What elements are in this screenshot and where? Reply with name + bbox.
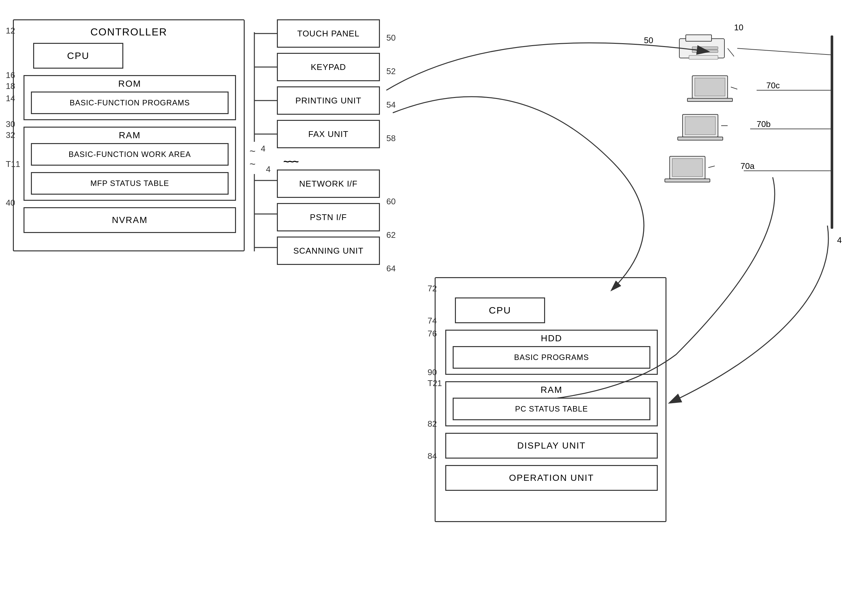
cpu-label: CPU	[67, 50, 89, 61]
ref-54: 54	[386, 100, 396, 110]
network-connections-svg	[644, 16, 850, 242]
touch-panel-label: TOUCH PANEL	[297, 29, 360, 38]
ref-84: 84	[428, 451, 437, 461]
ref-t21: T21	[428, 378, 442, 388]
basic-function-work-area-box: BASIC-FUNCTION WORK AREA	[31, 143, 229, 166]
svg-text:~: ~	[249, 158, 255, 170]
scanning-unit-label: SCANNING UNIT	[293, 246, 363, 256]
controller-label: CONTROLLER	[90, 26, 167, 38]
ref-12: 12	[6, 26, 15, 36]
ram-section: RAM BASIC-FUNCTION WORK AREA MFP STATUS …	[24, 127, 236, 201]
basic-function-work-area-label: BASIC-FUNCTION WORK AREA	[69, 150, 191, 159]
svg-text:~: ~	[249, 145, 255, 157]
ref-18: 18	[6, 81, 15, 91]
printing-unit-box: PRINTING UNIT	[277, 86, 380, 115]
ref-32: 32	[6, 130, 15, 140]
pstn-if-label: PSTN I/F	[310, 212, 347, 222]
fax-unit-label: FAX UNIT	[308, 129, 348, 139]
hdd-section: HDD BASIC PROGRAMS	[445, 330, 658, 375]
mfp-status-table-box: MFP STATUS TABLE	[31, 172, 229, 195]
fax-unit-box: FAX UNIT	[277, 120, 380, 148]
display-unit-box: DISPLAY UNIT	[445, 433, 658, 459]
keypad-label: KEYPAD	[311, 62, 346, 72]
ref-58: 58	[386, 133, 396, 144]
operation-unit-label: OPERATION UNIT	[509, 473, 594, 483]
display-unit-label: DISPLAY UNIT	[517, 441, 586, 451]
basic-programs-box: BASIC PROGRAMS	[453, 346, 650, 369]
pc-cpu-label: CPU	[489, 305, 511, 316]
pc-status-table-label: PC STATUS TABLE	[515, 404, 588, 413]
hdd-label: HDD	[541, 333, 562, 343]
basic-programs-label: BASIC PROGRAMS	[514, 353, 589, 362]
svg-text:4: 4	[261, 144, 265, 153]
ref-30: 30	[6, 119, 15, 129]
ref-4-break: 4	[266, 164, 270, 174]
touch-panel-box: TOUCH PANEL	[277, 19, 380, 48]
rom-section: ROM BASIC-FUNCTION PROGRAMS	[24, 75, 236, 120]
operation-unit-box: OPERATION UNIT	[445, 465, 658, 491]
basic-function-programs-label: BASIC-FUNCTION PROGRAMS	[69, 98, 190, 107]
keypad-box: KEYPAD	[277, 53, 380, 81]
cpu-box: CPU	[33, 43, 123, 69]
diagram-container: ~ ~ 4 CONTROLLER CPU R	[0, 0, 868, 592]
basic-function-programs-box: BASIC-FUNCTION PROGRAMS	[31, 92, 229, 114]
ref-90: 90	[428, 367, 437, 377]
ref-t11: T11	[6, 159, 20, 169]
network-area: 10 4 50	[644, 16, 850, 242]
ref-60: 60	[386, 197, 396, 207]
pc-status-table-box: PC STATUS TABLE	[453, 398, 650, 420]
ref-62: 62	[386, 230, 396, 240]
ref-16: 16	[6, 70, 15, 80]
nvram-box: NVRAM	[24, 207, 236, 233]
pc-cpu-box: CPU	[455, 297, 545, 323]
svg-line-31	[737, 48, 831, 55]
ref-72: 72	[428, 284, 437, 294]
ref-52: 52	[386, 67, 396, 76]
ref-50-io: 50	[386, 33, 396, 43]
pc-ram-label: RAM	[540, 385, 562, 395]
ref-40: 40	[6, 198, 15, 208]
pc-ram-section: RAM PC STATUS TABLE	[445, 381, 658, 426]
ram-label: RAM	[119, 130, 141, 141]
scanning-unit-box: SCANNING UNIT	[277, 237, 380, 265]
printing-unit-label: PRINTING UNIT	[295, 96, 361, 106]
ref-64: 64	[386, 263, 396, 274]
network-if-label: NETWORK I/F	[299, 179, 357, 189]
pc-box: CPU HDD BASIC PROGRAMS RAM PC STATUS TAB…	[435, 277, 666, 522]
pstn-if-box: PSTN I/F	[277, 203, 380, 231]
controller-box: CONTROLLER CPU ROM BASIC-FUNCTION PROGRA…	[13, 19, 245, 252]
rom-label: ROM	[118, 78, 141, 89]
ref-14: 14	[6, 93, 15, 104]
ref-74: 74	[428, 316, 437, 326]
network-if-box: NETWORK I/F	[277, 170, 380, 198]
mfp-status-table-label: MFP STATUS TABLE	[90, 179, 169, 188]
io-panel: TOUCH PANEL KEYPAD PRINTING UNIT FAX UNI…	[277, 19, 380, 270]
break-symbol: ~~~	[277, 153, 380, 170]
ref-76: 76	[428, 329, 437, 339]
nvram-label: NVRAM	[112, 215, 148, 225]
ref-82: 82	[428, 419, 437, 429]
